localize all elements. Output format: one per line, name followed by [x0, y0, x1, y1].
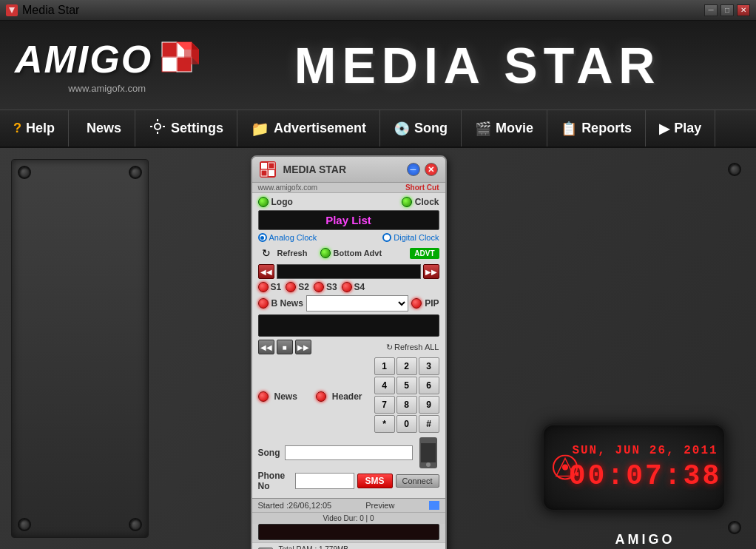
clock-date: SUN, JUN 26, 2011	[572, 444, 718, 457]
header: AMIGO www.amigofx.com MEDIA STAR	[0, 21, 756, 110]
title-bar-left: Media Star	[6, 4, 79, 17]
nav-movie[interactable]: 🎬 Movie	[462, 110, 547, 146]
clock-led[interactable]	[402, 197, 412, 207]
svg-point-17	[426, 462, 431, 467]
nav-reports-label: Reports	[581, 121, 632, 136]
media-forward-button[interactable]: ▶▶	[423, 264, 439, 279]
bottom-advt-led[interactable]	[320, 248, 331, 258]
s2-item[interactable]: S2	[286, 282, 309, 292]
digital-clock-radio[interactable]	[382, 233, 391, 242]
svg-rect-16	[421, 443, 436, 462]
logo-led[interactable]	[258, 197, 269, 207]
svg-marker-8	[184, 50, 199, 64]
connect-button[interactable]: Connect	[396, 474, 439, 488]
vid-stop-button[interactable]: ■	[277, 340, 293, 354]
b-news-label: B News	[271, 298, 303, 309]
preview-label: Preview	[365, 501, 394, 510]
s1-item[interactable]: S1	[258, 282, 282, 292]
nav-reports[interactable]: 📋 Reports	[547, 110, 646, 146]
b-news-led[interactable]	[258, 298, 269, 309]
pip-label: PIP	[425, 298, 439, 309]
settings-icon	[149, 118, 166, 139]
bottom-advt-label: Bottom Advt	[334, 249, 382, 257]
s4-item[interactable]: S4	[342, 282, 365, 292]
widget-logo-icon	[260, 161, 276, 178]
media-controls-row: ◀◀ ▶▶	[258, 264, 439, 279]
vid-back-button[interactable]: ◀◀	[258, 340, 274, 354]
video-dur-label: Video Dur: 0 | 0	[323, 514, 374, 522]
svg-rect-14	[269, 170, 274, 176]
maximize-button[interactable]: □	[720, 4, 734, 16]
numpad-key-*[interactable]: *	[374, 415, 395, 433]
nav-news[interactable]: News	[69, 110, 135, 146]
clock-wrapper: SUN, JUN 26, 2011 00:07:38 AMIGO	[549, 423, 741, 534]
nav-help-label: Help	[26, 121, 55, 136]
numpad-key-6[interactable]: 6	[419, 377, 439, 394]
logo-sub: www.amigofx.com	[68, 83, 146, 94]
phone-input[interactable]	[295, 473, 354, 489]
widget-body: Logo Clock Play List Analog Clock	[252, 193, 445, 498]
numpad-key-1[interactable]: 1	[374, 357, 395, 375]
svg-rect-13	[261, 170, 267, 176]
numpad-key-8[interactable]: 8	[396, 396, 417, 414]
news-status-led[interactable]	[258, 391, 269, 402]
refresh-button[interactable]: ↻	[258, 245, 274, 261]
numpad-key-5[interactable]: 5	[396, 377, 417, 394]
pip-led[interactable]	[411, 298, 422, 309]
nav-settings[interactable]: Settings	[135, 110, 237, 146]
song-input[interactable]	[285, 445, 413, 460]
nav-help[interactable]: ? Help	[0, 110, 69, 146]
nav-bar: ? Help News Settings 📁 Advertisement 💿 S…	[0, 110, 756, 148]
widget: MEDIA STAR ─ ✕ www.amigofx.com Short Cut…	[251, 155, 447, 549]
clock-brand: AMIGO	[549, 532, 741, 548]
numpad-key-#[interactable]: #	[419, 415, 439, 433]
close-button[interactable]: ✕	[737, 4, 750, 16]
widget-minimize-button[interactable]: ─	[407, 163, 420, 176]
s4-led[interactable]	[342, 282, 352, 292]
refresh-advt-row: ↻ Refresh Bottom Advt ADVT	[258, 245, 439, 261]
playlist-display: Play List	[258, 210, 439, 230]
numpad-key-9[interactable]: 9	[419, 396, 439, 414]
vid-forward-button[interactable]: ▶▶	[295, 340, 311, 354]
screw-br	[129, 518, 142, 531]
clock-radio-row: Analog Clock Digital Clock	[258, 233, 439, 242]
nav-play[interactable]: ▶ Play	[646, 110, 715, 146]
numpad-key-7[interactable]: 7	[374, 396, 395, 414]
s3-led[interactable]	[314, 282, 324, 292]
analog-clock-radio[interactable]	[258, 233, 267, 242]
nav-advertisement[interactable]: 📁 Advertisement	[237, 110, 380, 146]
header-title: MEDIA STAR	[214, 36, 741, 94]
left-panel	[0, 148, 163, 549]
s4-label: S4	[354, 282, 365, 292]
numpad-key-3[interactable]: 3	[419, 357, 439, 375]
numpad-key-2[interactable]: 2	[396, 357, 417, 375]
widget-header: MEDIA STAR ─ ✕	[252, 157, 445, 183]
media-display	[277, 264, 421, 279]
nav-play-label: Play	[674, 121, 701, 136]
ram-info: Total RAM : 1.779MB Available RAM : 1.40…	[252, 542, 445, 549]
screw-bl	[18, 518, 31, 531]
refresh-all-button[interactable]: ↻ Refresh ALL	[386, 343, 439, 352]
advt-button[interactable]: ADVT	[410, 248, 439, 259]
widget-close-button[interactable]: ✕	[425, 163, 438, 176]
nav-song[interactable]: 💿 Song	[380, 110, 462, 146]
news-header-row: News Header 123456789*0#	[258, 357, 439, 435]
numpad-key-0[interactable]: 0	[396, 415, 417, 433]
s2-led[interactable]	[286, 282, 296, 292]
header-status-led[interactable]	[316, 391, 326, 402]
widget-status-bar: Started :26/06,12:05 Preview	[252, 498, 445, 512]
digital-clock-option[interactable]: Digital Clock	[382, 233, 439, 242]
sms-button[interactable]: SMS	[357, 474, 393, 488]
clock-emblem-icon	[553, 455, 578, 481]
phone-label: Phone No	[258, 471, 292, 491]
s1-led[interactable]	[258, 282, 269, 292]
app-icon	[6, 4, 18, 16]
nav-advertisement-label: Advertisement	[274, 121, 366, 136]
s3-item[interactable]: S3	[314, 282, 337, 292]
news-select[interactable]	[306, 295, 408, 311]
numpad-key-4[interactable]: 4	[374, 377, 395, 394]
analog-clock-option[interactable]: Analog Clock	[258, 233, 317, 242]
minimize-button[interactable]: ─	[704, 4, 718, 16]
media-back-button[interactable]: ◀◀	[258, 264, 274, 279]
s2-label: S2	[298, 282, 309, 292]
